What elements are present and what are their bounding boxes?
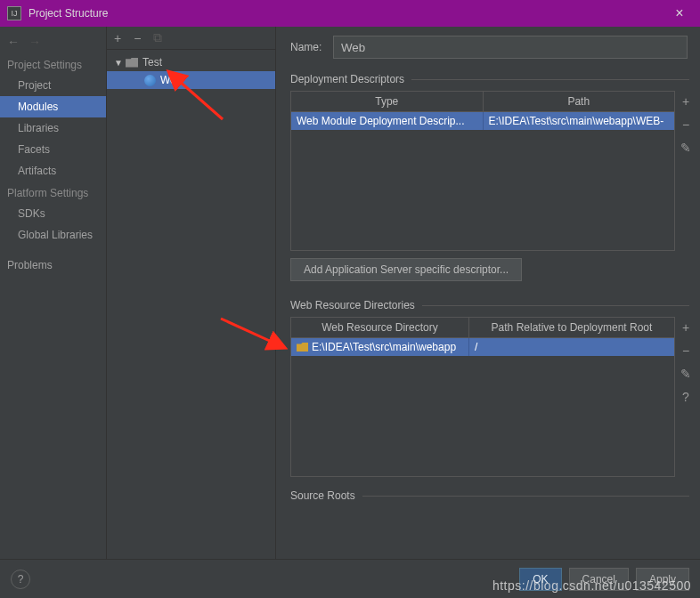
col-web-resource-dir: Web Resource Directory [291,318,469,337]
tree-node-test[interactable]: ▼ Test [107,53,275,71]
deployment-descriptors-table[interactable]: Type Path Web Module Deployment Descrip.… [290,91,675,251]
nav-back-icon[interactable]: ← [7,35,20,49]
folder-icon [297,343,308,352]
name-label: Name: [290,41,333,53]
tree-node-web[interactable]: Web [107,71,275,89]
tree-node-label: Test [142,56,162,69]
cancel-button[interactable]: Cancel [569,568,629,591]
window-title: Project Structure [28,7,666,20]
expand-icon[interactable]: ▼ [114,58,125,68]
section-project-settings: Project Settings [0,53,106,75]
cell-dir: E:\IDEA\Test\src\main\webapp [291,338,469,356]
remove-descriptor-icon[interactable]: − [682,117,689,132]
copy-icon[interactable]: ⧉ [153,30,162,45]
col-path: Path [484,92,675,111]
add-icon[interactable]: + [114,31,121,45]
add-webres-icon[interactable]: + [682,320,689,335]
add-descriptor-icon[interactable]: + [682,94,689,109]
sidebar-item-sdks[interactable]: SDKs [0,203,106,224]
sidebar-item-modules[interactable]: Modules [0,96,106,117]
sidebar-item-facets[interactable]: Facets [0,139,106,160]
table-row[interactable]: E:\IDEA\Test\src\main\webapp / [291,338,674,356]
close-icon[interactable]: × [666,5,693,21]
sidebar-item-problems[interactable]: Problems [0,255,106,276]
nav-forward-icon[interactable]: → [28,35,41,49]
title-bar: IJ Project Structure × [0,0,700,27]
cell-type: Web Module Deployment Descrip... [291,112,484,130]
web-facet-icon [142,74,157,86]
settings-sidebar: ← → Project Settings Project Modules Lib… [0,27,107,570]
source-roots-label: Source Roots [290,489,696,502]
sidebar-item-libraries[interactable]: Libraries [0,117,106,139]
edit-descriptor-icon[interactable]: ✎ [680,141,691,155]
name-input[interactable] [333,36,688,59]
remove-webres-icon[interactable]: − [682,343,689,358]
sidebar-item-project[interactable]: Project [0,75,106,96]
module-icon [125,56,139,69]
apply-button[interactable]: Apply [636,568,689,591]
section-platform-settings: Platform Settings [0,182,106,203]
help-webres-icon[interactable]: ? [682,390,689,404]
web-resource-directories-label: Web Resource Directories [290,299,696,311]
cell-rel: / [469,338,674,356]
deployment-descriptors-label: Deployment Descriptors [290,73,696,85]
module-tree-panel: + − ⧉ ▼ Test Web [107,27,276,570]
col-type: Type [291,92,484,111]
add-app-server-descriptor-button[interactable]: Add Application Server specific descript… [290,258,522,281]
dialog-footer: ? OK Cancel Apply [0,559,700,598]
cell-path: E:\IDEA\Test\src\main\webapp\WEB- [484,112,675,130]
edit-webres-icon[interactable]: ✎ [680,367,691,381]
facet-detail-panel: Name: Deployment Descriptors Type Path W… [276,27,700,570]
ok-button[interactable]: OK [519,568,561,591]
sidebar-item-global-libraries[interactable]: Global Libraries [0,224,106,246]
app-icon: IJ [7,6,21,20]
remove-icon[interactable]: − [134,31,141,45]
col-path-relative: Path Relative to Deployment Root [469,318,674,337]
help-button[interactable]: ? [11,570,30,589]
web-resource-directories-table[interactable]: Web Resource Directory Path Relative to … [290,317,675,477]
tree-node-label: Web [160,74,182,86]
sidebar-item-artifacts[interactable]: Artifacts [0,160,106,182]
table-row[interactable]: Web Module Deployment Descrip... E:\IDEA… [291,112,674,130]
